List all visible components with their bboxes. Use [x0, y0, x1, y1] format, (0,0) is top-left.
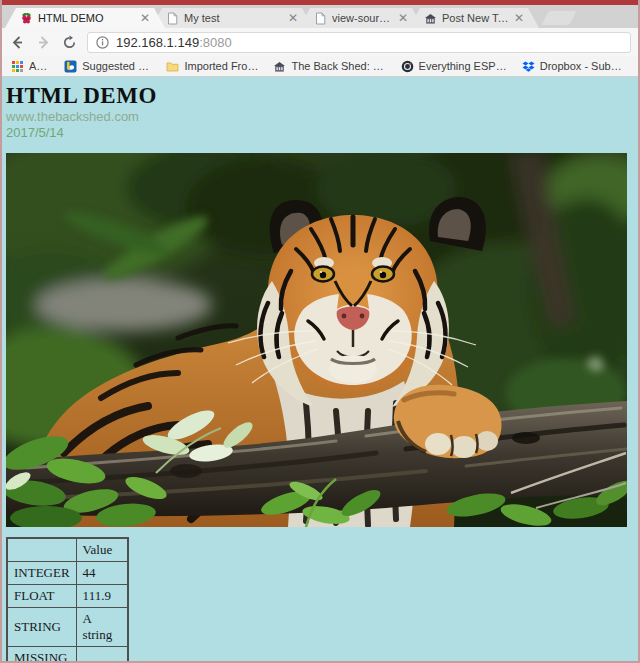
browser-toolbar: 192.168.1.149:8080	[2, 28, 638, 56]
tab-title: view-source:192.168.1.13	[332, 12, 393, 24]
bookmark-apps[interactable]: Apps	[11, 60, 49, 73]
back-icon[interactable]	[9, 34, 26, 51]
bookmark-label: Dropbox - Submit file	[540, 60, 629, 72]
tab-title: HTML DEMO	[38, 12, 135, 24]
table-header-value: Value	[76, 538, 128, 562]
table-row: INTEGER 44	[7, 562, 128, 585]
values-table: Value INTEGER 44 FLOAT 111.9 STRING A st…	[6, 537, 129, 661]
row-label: FLOAT	[7, 585, 76, 608]
apps-grid-icon	[11, 60, 24, 73]
page-content: HTML DEMO www.thebackshed.com 2017/5/14	[2, 77, 638, 661]
bookmark-suggested-sites[interactable]: Suggested Sites	[64, 60, 151, 73]
row-label: STRING	[7, 608, 76, 647]
tab-close-icon[interactable]: ✕	[514, 12, 524, 24]
row-value: A string	[76, 608, 128, 647]
tab-title: My test	[184, 12, 283, 24]
bookmark-imported-from-ie[interactable]: Imported From IE	[166, 60, 258, 73]
tab-close-icon[interactable]: ✕	[398, 12, 408, 24]
row-value: 111.9	[76, 585, 128, 608]
new-tab-button[interactable]	[541, 11, 576, 25]
page-title: HTML DEMO	[6, 84, 638, 107]
forward-icon[interactable]	[35, 34, 52, 51]
bookmark-label: Suggested Sites	[82, 60, 151, 72]
backshed-icon	[273, 60, 286, 73]
address-bar[interactable]: 192.168.1.149:8080	[87, 32, 631, 53]
bookmark-label: Imported From IE	[184, 60, 258, 72]
page-info-icon[interactable]	[96, 36, 109, 49]
table-row: STRING A string	[7, 608, 128, 647]
tab-html-demo[interactable]: HTML DEMO ✕	[5, 8, 165, 28]
browser-window: HTML DEMO ✕ My test ✕ view-source:192.16…	[0, 0, 640, 663]
tab-close-icon[interactable]: ✕	[140, 12, 150, 24]
bookmark-dropbox[interactable]: Dropbox - Submit file	[522, 60, 629, 73]
bookmark-label: Apps	[29, 60, 49, 72]
backshed-icon	[424, 12, 437, 25]
tab-view-source[interactable]: view-source:192.168.1.13 ✕	[299, 8, 423, 28]
tab-post-new-topic[interactable]: Post New Topic ✕	[409, 8, 539, 28]
bookmarks-bar: Apps Suggested Sites Imported From IE	[2, 56, 638, 77]
folder-icon	[166, 60, 179, 73]
table-row: FLOAT 111.9	[7, 585, 128, 608]
reload-icon[interactable]	[61, 34, 78, 51]
row-label: INTEGER	[7, 562, 76, 585]
raspberry-icon	[20, 12, 33, 25]
url-host: 192.168.1.149	[116, 35, 199, 50]
url-text: 192.168.1.149:8080	[116, 35, 232, 50]
tab-close-icon[interactable]: ✕	[288, 12, 298, 24]
dropbox-icon	[522, 60, 535, 73]
suggested-sites-icon	[64, 60, 77, 73]
tab-my-test[interactable]: My test ✕	[151, 8, 313, 28]
table-row: Value	[7, 538, 128, 562]
tab-strip: HTML DEMO ✕ My test ✕ view-source:192.16…	[2, 5, 638, 28]
table-corner-cell	[7, 538, 76, 562]
bookmark-label: The Back Shed: Micro	[291, 60, 385, 72]
esp8266-icon	[401, 60, 414, 73]
url-port: :8080	[199, 35, 232, 50]
table-row: MISSING	[7, 647, 128, 662]
tiger-photo	[6, 153, 627, 527]
tab-title: Post New Topic	[442, 12, 509, 24]
row-label: MISSING	[7, 647, 76, 662]
site-link[interactable]: www.thebackshed.com	[6, 109, 139, 124]
bookmark-the-back-shed[interactable]: The Back Shed: Micro	[273, 60, 385, 73]
bookmark-label: Everything ESP8266	[419, 60, 507, 72]
bookmark-everything-esp8266[interactable]: Everything ESP8266	[401, 60, 507, 73]
document-icon	[314, 12, 327, 25]
page-date: 2017/5/14	[6, 125, 638, 140]
row-value: 44	[76, 562, 128, 585]
row-value	[76, 647, 128, 662]
document-icon	[166, 12, 179, 25]
